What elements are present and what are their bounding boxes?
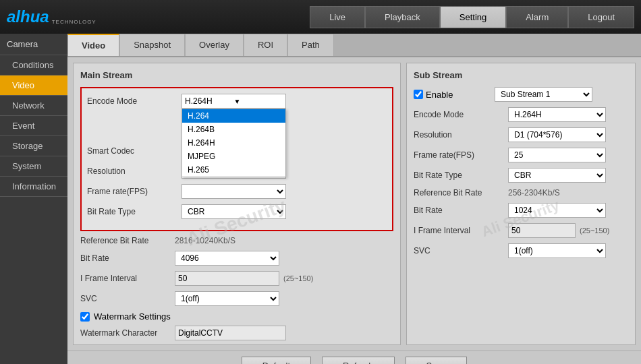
- logo-text: alhua: [7, 7, 49, 26]
- encode-mode-arrow: ▼: [234, 98, 283, 105]
- sub-stream-title: Sub Stream: [414, 70, 628, 80]
- bit-rate-type-row: Bit Rate Type CBR: [87, 204, 387, 219]
- sub-bit-rate-row: Bit Rate 1024: [414, 203, 628, 218]
- watermark-settings-label: Watermark Settings: [94, 311, 171, 322]
- frame-rate-control: [182, 184, 387, 199]
- encode-mode-trigger[interactable]: H.264H ▼: [182, 94, 286, 109]
- encode-mode-value: H.264H: [185, 96, 234, 106]
- stream-select-control: Sub Stream 1: [495, 87, 628, 102]
- sub-encode-mode-select[interactable]: H.264H: [508, 107, 606, 122]
- encode-mode-row: Encode Mode H.264H ▼ H.264 H.264B: [87, 94, 387, 109]
- bottom-bar: Default Refresh Save: [67, 351, 641, 364]
- subtab-overlay[interactable]: Overlay: [185, 34, 244, 56]
- sub-bit-rate-select[interactable]: 1024: [508, 203, 606, 218]
- subtab-video[interactable]: Video: [67, 34, 119, 56]
- stream-select[interactable]: Sub Stream 1: [495, 87, 592, 102]
- watermark-char-label: Watermark Character: [80, 328, 175, 338]
- smart-codec-label: Smart Codec: [87, 146, 182, 156]
- logo-sub: TECHNOLOGY: [52, 19, 96, 25]
- sidebar-camera[interactable]: Camera: [0, 34, 67, 55]
- watermark-char-row: Watermark Character: [80, 326, 393, 340]
- encode-mode-dropdown[interactable]: H.264H ▼ H.264 H.264B H.264H MJPEG H.265: [182, 94, 286, 109]
- iframe-hint: (25~150): [283, 274, 313, 282]
- encode-mode-label: Encode Mode: [87, 96, 182, 106]
- sub-stream-enable-checkbox[interactable]: [414, 90, 423, 99]
- sub-encode-mode-row: Encode Mode H.264H: [414, 107, 628, 122]
- sub-iframe-hint: (25~150): [580, 226, 609, 235]
- sub-frame-rate-select[interactable]: 25: [508, 148, 606, 162]
- sub-iframe-input[interactable]: [508, 223, 576, 238]
- svc-row: SVC 1(off): [80, 291, 393, 306]
- ref-bit-rate-label: Reference Bit Rate: [80, 236, 175, 245]
- content-body: Main Stream Ali Security Encode Mode H.2…: [67, 57, 641, 351]
- content-area: Video Snapshot Overlay ROI Path Main Str…: [67, 34, 641, 364]
- sub-bit-rate-label: Bit Rate: [414, 206, 508, 215]
- sidebar-item-information[interactable]: Information: [0, 177, 67, 197]
- sub-resolution-row: Resolution D1 (704*576): [414, 127, 628, 142]
- sub-bit-rate-type-label: Bit Rate Type: [414, 171, 508, 180]
- bit-rate-type-control: CBR: [182, 204, 387, 219]
- tab-live[interactable]: Live: [310, 6, 365, 28]
- encode-option-h265[interactable]: H.265: [182, 163, 285, 177]
- sidebar-item-system[interactable]: System: [0, 156, 67, 177]
- watermark-checkbox[interactable]: [80, 312, 90, 322]
- sidebar-item-conditions[interactable]: Conditions: [0, 55, 67, 75]
- encode-option-h264h[interactable]: H.264H: [182, 136, 285, 150]
- main-stream-form: Encode Mode H.264H ▼ H.264 H.264B: [80, 87, 393, 231]
- bit-rate-control: 4096: [175, 251, 393, 266]
- svc-label: SVC: [80, 294, 175, 303]
- tab-setting[interactable]: Setting: [440, 6, 506, 28]
- encode-mode-options: H.264 H.264B H.264H MJPEG H.265: [182, 109, 286, 177]
- watermark-char-control: [175, 326, 393, 340]
- sub-iframe-label: I Frame Interval: [414, 226, 508, 235]
- ref-bit-rate-text: 2816-10240Kb/S: [175, 236, 235, 245]
- tab-logout[interactable]: Logout: [568, 6, 634, 28]
- watermark-char-input[interactable]: [175, 326, 286, 340]
- header: alhua TECHNOLOGY Live Playback Setting A…: [0, 0, 641, 34]
- tab-playback[interactable]: Playback: [365, 6, 440, 28]
- subtab-snapshot[interactable]: Snapshot: [119, 34, 185, 56]
- sub-ref-bit-rate-row: Reference Bit Rate 256-2304Kb/S: [414, 188, 628, 198]
- main-stream-panel: Main Stream Ali Security Encode Mode H.2…: [73, 63, 401, 345]
- resolution-label: Resolution: [87, 166, 182, 176]
- sidebar-item-event[interactable]: Event: [0, 116, 67, 136]
- encode-option-h264b[interactable]: H.264B: [182, 123, 285, 136]
- bit-rate-label: Bit Rate: [80, 253, 175, 263]
- subtab-path[interactable]: Path: [287, 34, 334, 56]
- refresh-button[interactable]: Refresh: [322, 357, 395, 364]
- sidebar-item-video[interactable]: Video: [0, 75, 67, 96]
- ref-bit-rate-value: 2816-10240Kb/S: [175, 235, 393, 245]
- sub-bit-rate-type-row: Bit Rate Type CBR: [414, 168, 628, 183]
- logo: alhua TECHNOLOGY: [7, 7, 115, 26]
- frame-rate-select[interactable]: [182, 184, 286, 199]
- sub-svc-select[interactable]: 1(off): [508, 243, 606, 258]
- sub-resolution-select[interactable]: D1 (704*576): [508, 127, 606, 142]
- tab-alarm[interactable]: Alarm: [506, 6, 568, 28]
- sub-svc-label: SVC: [414, 246, 508, 255]
- ref-bit-rate-row: Reference Bit Rate 2816-10240Kb/S: [80, 235, 393, 245]
- bit-rate-select[interactable]: 4096: [175, 251, 279, 266]
- sub-svc-row: SVC 1(off): [414, 243, 628, 258]
- sub-frame-rate-row: Frame rate(FPS) 25: [414, 148, 628, 162]
- sub-iframe-row: I Frame Interval (25~150): [414, 223, 628, 238]
- svc-select[interactable]: 1(off): [175, 291, 279, 306]
- save-button[interactable]: Save: [406, 357, 468, 364]
- iframe-row: I Frame Interval (25~150): [80, 271, 393, 286]
- main-stream-title: Main Stream: [80, 70, 393, 80]
- bit-rate-row: Bit Rate 4096: [80, 251, 393, 266]
- sidebar: Camera Conditions Video Network Event St…: [0, 34, 67, 364]
- sub-tabs: Video Snapshot Overlay ROI Path: [67, 34, 641, 57]
- default-button[interactable]: Default: [242, 357, 311, 364]
- bit-rate-type-select[interactable]: CBR: [182, 204, 286, 219]
- watermark-settings-row: Watermark Settings: [80, 311, 393, 322]
- encode-option-h264[interactable]: H.264: [182, 109, 285, 123]
- iframe-input[interactable]: [175, 271, 279, 286]
- subtab-roi[interactable]: ROI: [244, 34, 287, 56]
- bit-rate-type-label: Bit Rate Type: [87, 207, 182, 216]
- sidebar-item-network[interactable]: Network: [0, 96, 67, 116]
- sidebar-item-storage[interactable]: Storage: [0, 136, 67, 156]
- main-layout: Camera Conditions Video Network Event St…: [0, 34, 641, 364]
- sub-bit-rate-type-select[interactable]: CBR: [508, 168, 606, 183]
- iframe-label: I Frame Interval: [80, 274, 175, 283]
- encode-option-mjpeg[interactable]: MJPEG: [182, 150, 285, 163]
